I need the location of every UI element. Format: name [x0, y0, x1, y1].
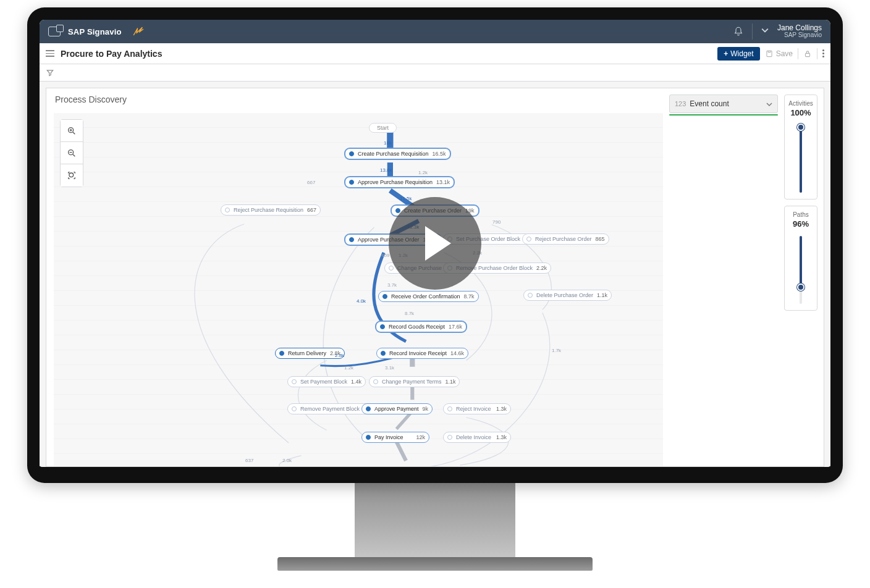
- svg-rect-0: [767, 51, 772, 56]
- slider-value: 100%: [790, 108, 811, 117]
- video-play-button[interactable]: [389, 197, 481, 290]
- slider-label: Paths: [793, 211, 809, 218]
- page-title: Procure to Pay Analytics: [61, 49, 162, 59]
- edge-label: 667: [307, 180, 315, 185]
- filter-row: [40, 64, 830, 82]
- filter-icon[interactable]: [46, 69, 54, 77]
- edge-label: 11.5k: [400, 196, 412, 201]
- edge-label: 790: [492, 219, 500, 225]
- node-delete-invoice[interactable]: Delete Invoice1.3k: [443, 432, 511, 443]
- node-create-pr[interactable]: Create Purchase Requisition16.5k: [344, 148, 451, 160]
- user-menu[interactable]: Jane Collings SAP Signavio: [777, 24, 822, 39]
- node-pay-invoice[interactable]: Pay Invoice12k: [361, 432, 429, 443]
- save-button[interactable]: Save: [765, 49, 793, 58]
- start-node[interactable]: Start: [369, 123, 397, 133]
- node-approve-payment[interactable]: Approve Payment9k: [361, 403, 433, 414]
- svg-point-6: [69, 173, 74, 177]
- node-receive-oc[interactable]: Receive Order Confirmation8.7k: [378, 291, 479, 302]
- play-icon: [425, 226, 451, 261]
- node-record-ir[interactable]: Record Invoice Receipt14.6k: [376, 348, 468, 359]
- fit-to-screen-button[interactable]: [61, 164, 83, 187]
- paths-slider[interactable]: Paths 96%: [784, 206, 817, 311]
- panel-title: Process Discovery: [55, 94, 127, 104]
- more-menu-icon[interactable]: [822, 49, 824, 57]
- edge-label: 18k: [384, 140, 392, 146]
- edge-label: 459: [381, 253, 389, 258]
- svg-rect-1: [806, 53, 810, 56]
- user-name: Jane Collings: [777, 24, 822, 32]
- edge-label: 2.8k: [335, 353, 344, 358]
- edge-label: 1.2k: [418, 170, 428, 175]
- add-widget-button[interactable]: + Widget: [717, 47, 759, 61]
- zoom-out-button[interactable]: [61, 142, 83, 164]
- separator: [752, 23, 753, 40]
- edge-label: 1.7k: [552, 348, 561, 353]
- chevron-down-icon: [766, 101, 772, 107]
- lock-icon[interactable]: [803, 49, 812, 58]
- slider-value: 96%: [793, 219, 809, 229]
- node-approve-pr[interactable]: Approve Purchase Requisition13.1k: [344, 176, 455, 188]
- edge-label: 2.0k: [282, 458, 292, 463]
- node-record-gr[interactable]: Record Goods Receipt17.6k: [375, 321, 467, 333]
- brand-name: SAP Signavio: [68, 27, 122, 36]
- metric-select[interactable]: 123 Event count: [669, 94, 778, 113]
- edge-label: 8.7k: [405, 311, 414, 316]
- global-header: SAP Signavio Jane Collings SAP Signavio: [40, 20, 830, 43]
- node-reject-invoice[interactable]: Reject Invoice1.3k: [443, 403, 511, 414]
- metric-prefix: 123: [675, 100, 686, 107]
- edge-label: 3.1k: [385, 365, 394, 371]
- activities-slider[interactable]: Activities 100%: [784, 94, 817, 200]
- brand-logo-icon: [133, 27, 144, 36]
- edge-label: 13.8k: [380, 167, 392, 173]
- edge-label: 1.2k: [344, 365, 353, 371]
- slider-label: Activities: [788, 100, 813, 107]
- metric-label: Event count: [690, 99, 729, 108]
- plus-icon: +: [724, 49, 728, 58]
- notifications-icon[interactable]: [733, 27, 743, 36]
- edge-label: 637: [245, 458, 253, 463]
- node-reject-pr[interactable]: Reject Purchase Requisition667: [221, 204, 321, 216]
- zoom-in-button[interactable]: [61, 120, 83, 142]
- node-change-pay-terms[interactable]: Change Payment Terms1.1k: [369, 376, 460, 387]
- slider-thumb[interactable]: [797, 284, 805, 291]
- slider-thumb[interactable]: [797, 124, 805, 131]
- widget-label: Widget: [730, 49, 753, 58]
- app-switcher-icon[interactable]: [48, 27, 61, 36]
- user-org: SAP Signavio: [777, 32, 822, 39]
- node-delete-po[interactable]: Delete Purchase Order1.1k: [523, 290, 612, 301]
- node-reject-po[interactable]: Reject Purchase Order865: [522, 233, 609, 245]
- menu-icon[interactable]: [46, 50, 54, 57]
- chevron-down-icon[interactable]: [761, 27, 771, 36]
- edge-label: 4.0k: [357, 298, 366, 304]
- page-toolbar: Procure to Pay Analytics + Widget Save: [40, 43, 830, 64]
- separator: [817, 48, 817, 59]
- node-set-pay-block[interactable]: Set Payment Block1.4k: [287, 376, 366, 387]
- zoom-toolbar: [60, 119, 83, 187]
- metric-underline: [669, 114, 778, 116]
- edge-label: 3.7k: [387, 282, 397, 288]
- process-canvas[interactable]: Start End Create Purchase Requisition16.…: [54, 113, 663, 466]
- separator: [798, 48, 798, 59]
